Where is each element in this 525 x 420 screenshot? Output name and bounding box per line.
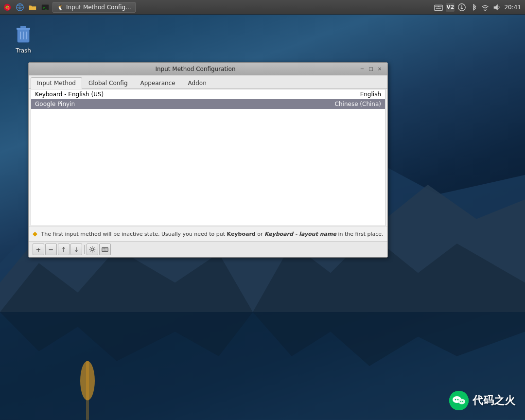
move-down-button[interactable]: ↓: [70, 244, 82, 255]
svg-rect-18: [437, 6, 438, 7]
system-clock: 20:41: [504, 4, 521, 11]
watermark: 代码之火: [449, 391, 515, 410]
svg-rect-8: [86, 361, 89, 420]
im-list-empty-area: [31, 109, 385, 226]
volume-tray-icon[interactable]: [492, 3, 501, 12]
download-tray-icon[interactable]: [457, 3, 466, 12]
svg-rect-35: [104, 248, 105, 249]
svg-rect-17: [436, 6, 437, 7]
dialog-minimize-button[interactable]: −: [358, 65, 366, 73]
svg-point-41: [455, 399, 456, 401]
im-lang-keyboard-english: English: [360, 91, 381, 98]
im-row-keyboard-english[interactable]: Keyboard - English (US) English: [31, 89, 385, 99]
terminal-taskbar-icon[interactable]: >_: [40, 2, 51, 13]
remove-input-method-button[interactable]: −: [45, 244, 57, 255]
svg-point-45: [462, 401, 463, 402]
svg-rect-38: [104, 250, 107, 250]
dialog-close-button[interactable]: ×: [376, 65, 384, 73]
v2-tray-label[interactable]: V2: [446, 3, 455, 12]
folder-taskbar-icon[interactable]: [27, 2, 38, 13]
dialog-title: Input Method Configuration: [33, 66, 358, 72]
add-input-method-button[interactable]: +: [33, 244, 44, 255]
watermark-icon: [449, 391, 469, 410]
svg-marker-5: [0, 312, 253, 361]
taskbar-left: 🍓: [0, 2, 138, 13]
tab-input-method[interactable]: Input Method: [31, 77, 82, 89]
bluetooth-tray-icon[interactable]: [469, 3, 478, 12]
im-row-google-pinyin[interactable]: Google Pinyin Chinese (China): [31, 99, 385, 109]
raspberry-pi-icon[interactable]: 🍓: [2, 2, 13, 13]
trash-icon: [12, 22, 35, 45]
tab-global-config[interactable]: Global Config: [82, 77, 134, 88]
svg-marker-3: [0, 248, 253, 312]
svg-marker-6: [253, 312, 525, 366]
svg-rect-34: [103, 248, 104, 249]
window-btn-icon: 🐧: [57, 4, 64, 11]
watermark-label: 代码之火: [472, 393, 515, 408]
svg-rect-20: [439, 6, 440, 7]
im-name-google-pinyin: Google Pinyin: [35, 101, 335, 107]
browser-taskbar-icon[interactable]: [15, 2, 25, 13]
tab-appearance[interactable]: Appearance: [134, 77, 182, 88]
trash-label: Trash: [16, 47, 31, 54]
taskbar-right: V2: [430, 3, 525, 12]
svg-point-43: [458, 399, 465, 404]
svg-rect-0: [0, 312, 525, 420]
im-lang-google-pinyin: Chinese (China): [335, 101, 381, 107]
dialog-tabs: Input Method Global Config Appearance Ad…: [29, 75, 387, 89]
dialog-content: Keyboard - English (US) English Google P…: [31, 89, 385, 226]
tab-addon[interactable]: Addon: [182, 77, 213, 88]
warning-icon: ◆: [33, 230, 37, 237]
desktop: 🍓: [0, 0, 525, 420]
im-name-keyboard-english: Keyboard - English (US): [35, 91, 360, 98]
svg-rect-28: [20, 26, 26, 28]
configure-button[interactable]: [87, 244, 98, 255]
toolbar-separator: [84, 245, 85, 254]
svg-point-42: [457, 399, 459, 401]
keyboard-layout-button[interactable]: [99, 244, 111, 255]
svg-point-24: [485, 9, 486, 11]
input-method-config-dialog: Input Method Configuration − □ × Input M…: [28, 62, 388, 258]
move-up-button[interactable]: ↑: [58, 244, 70, 255]
warning-bar: ◆ The first input method will be inactiv…: [29, 226, 387, 241]
keyboard-tray-icon[interactable]: [434, 3, 443, 12]
dialog-titlebar: Input Method Configuration − □ ×: [29, 63, 387, 75]
warning-text: The first input method will be inactive …: [41, 231, 384, 237]
svg-text:🍓: 🍓: [5, 4, 11, 10]
svg-text:>_: >_: [43, 5, 47, 9]
taskbar: 🍓: [0, 0, 525, 15]
svg-rect-33: [102, 248, 108, 252]
window-taskbar-button[interactable]: 🐧 Input Method Config...: [52, 2, 136, 13]
input-method-list: Keyboard - English (US) English Google P…: [31, 89, 385, 226]
svg-rect-19: [438, 6, 439, 7]
svg-rect-21: [441, 6, 442, 7]
svg-rect-37: [107, 248, 107, 249]
wifi-tray-icon[interactable]: [481, 3, 490, 12]
dialog-maximize-button[interactable]: □: [367, 65, 375, 73]
svg-point-7: [80, 361, 95, 401]
svg-point-44: [460, 401, 461, 402]
svg-rect-22: [436, 7, 441, 8]
svg-rect-36: [105, 248, 106, 249]
window-btn-label: Input Method Config...: [66, 4, 131, 11]
svg-marker-25: [494, 4, 498, 10]
trash-desktop-icon[interactable]: Trash: [9, 22, 38, 54]
dialog-controls: − □ ×: [358, 65, 384, 73]
svg-point-32: [91, 248, 93, 251]
dialog-toolbar: + − ↑ ↓: [29, 241, 387, 257]
